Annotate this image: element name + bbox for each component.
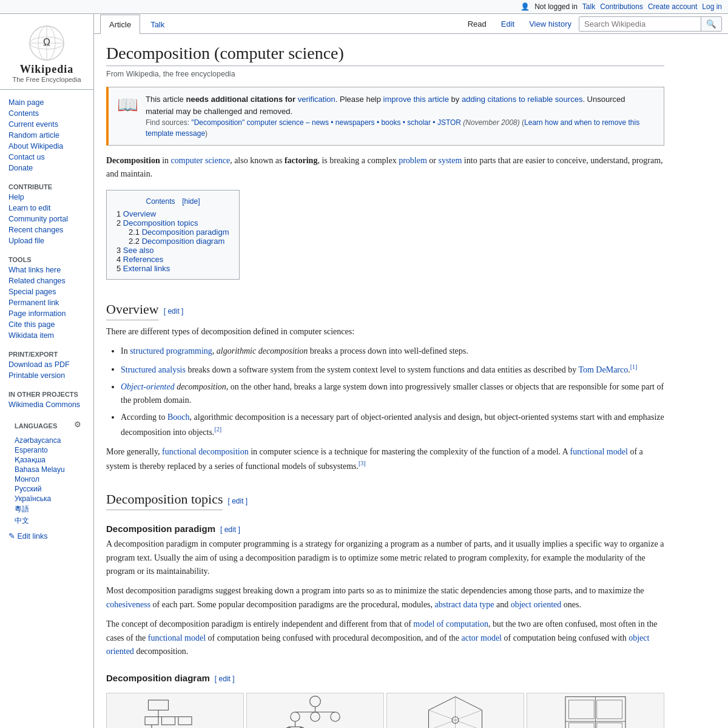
link-object-oriented[interactable]: Object-oriented bbox=[121, 382, 175, 391]
sidebar-item-about[interactable]: About Wikipedia bbox=[6, 141, 87, 152]
lang-esperanto[interactable]: Esperanto bbox=[12, 445, 81, 455]
sidebar-item-printable[interactable]: Printable version bbox=[6, 370, 87, 381]
intro-link-cs[interactable]: computer science bbox=[171, 156, 231, 165]
sidebar-item-upload-file[interactable]: Upload file bbox=[6, 235, 87, 246]
svg-rect-33 bbox=[569, 723, 595, 728]
sidebar-item-random-article[interactable]: Random article bbox=[6, 130, 87, 141]
link-model-of-computation[interactable]: model of computation bbox=[413, 619, 488, 629]
search-button[interactable]: 🔍 bbox=[701, 17, 721, 31]
contributions-link[interactable]: Contributions bbox=[600, 2, 643, 11]
sidebar-item-permanent-link[interactable]: Permanent link bbox=[6, 297, 87, 308]
svg-point-15 bbox=[310, 696, 321, 707]
link-structured-analysis[interactable]: Structured analysis bbox=[121, 365, 186, 374]
intro-link-system[interactable]: system bbox=[438, 156, 462, 165]
toc-item-1: 1 Overview bbox=[116, 209, 229, 218]
overview-more: More generally, functional decomposition… bbox=[106, 445, 664, 473]
sidebar-item-community-portal[interactable]: Community portal bbox=[6, 214, 87, 224]
lang-chinese[interactable]: 中文 bbox=[12, 515, 81, 527]
tab-read[interactable]: Read bbox=[460, 15, 494, 33]
sidebar-item-related-changes[interactable]: Related changes bbox=[6, 275, 87, 286]
sidebar-item-learn-to-edit[interactable]: Learn to edit bbox=[6, 203, 87, 214]
notice-link-improve[interactable]: improve this article bbox=[383, 95, 449, 104]
search-input[interactable] bbox=[579, 17, 701, 31]
diagram-box-2 bbox=[246, 693, 384, 728]
log-in-link[interactable]: Log in bbox=[702, 2, 722, 11]
toc-link-references[interactable]: References bbox=[123, 255, 163, 264]
toc-item-5: 5 External links bbox=[116, 264, 229, 273]
tab-talk[interactable]: Talk bbox=[141, 15, 174, 34]
edit-links-link[interactable]: ✎ Edit links bbox=[8, 532, 48, 541]
svg-rect-34 bbox=[597, 723, 622, 728]
sidebar-item-edit-links[interactable]: ✎ Edit links bbox=[6, 529, 87, 542]
tab-edit[interactable]: Edit bbox=[494, 15, 522, 33]
lang-ukrainian[interactable]: Українська bbox=[12, 494, 81, 504]
toc-link-overview[interactable]: Overview bbox=[123, 209, 156, 218]
toc-items: 1 Overview 2 Decomposition topics 2.1 De… bbox=[116, 209, 229, 273]
link-object-oriented-2[interactable]: object oriented bbox=[511, 600, 562, 609]
sidebar-print: Print/export Download as PDF Printable v… bbox=[0, 343, 93, 383]
link-functional-model[interactable]: functional model bbox=[570, 447, 628, 456]
intro-link-problem[interactable]: problem bbox=[399, 156, 427, 165]
link-abstract-data-type[interactable]: abstract data type bbox=[435, 600, 494, 609]
notice-link-adding[interactable]: adding citations to reliable sources bbox=[462, 95, 582, 104]
toc-link-decomp-topics[interactable]: Decomposition topics bbox=[123, 218, 198, 228]
sidebar-item-wikimedia-commons[interactable]: Wikimedia Commons bbox=[6, 399, 87, 410]
sidebar-item-help[interactable]: Help bbox=[6, 192, 87, 203]
link-structured-programming[interactable]: structured programming bbox=[130, 346, 212, 356]
toc-link-external-links[interactable]: External links bbox=[123, 264, 170, 273]
sidebar-item-main-page[interactable]: Main page bbox=[6, 97, 87, 108]
toc-hide-button[interactable]: [hide] bbox=[182, 197, 200, 206]
intro-bold-decomp: Decomposition bbox=[106, 156, 160, 165]
sidebar-other-projects: In other projects Wikimedia Commons bbox=[0, 383, 93, 413]
notice-find-links[interactable]: "Decomposition" computer science – news … bbox=[191, 118, 461, 127]
sidebar-item-current-events[interactable]: Current events bbox=[6, 119, 87, 130]
user-icon: 👤 bbox=[521, 2, 530, 11]
sidebar-item-contents[interactable]: Contents bbox=[6, 108, 87, 119]
decomp-paradigm-header: Decomposition paradigm [ edit ] bbox=[106, 515, 664, 538]
not-logged-text: Not logged in bbox=[534, 2, 578, 11]
lang-malay[interactable]: Bahasa Melayu bbox=[12, 465, 81, 474]
link-cohesiveness[interactable]: cohesiveness bbox=[106, 600, 150, 609]
sidebar-item-what-links-here[interactable]: What links here bbox=[6, 265, 87, 275]
link-tom-demarco[interactable]: Tom DeMarco bbox=[578, 365, 628, 374]
wiki-sub: The Free Encyclopedia bbox=[6, 76, 87, 83]
diagram-svg-2 bbox=[247, 693, 383, 728]
sidebar-item-wikidata[interactable]: Wikidata item bbox=[6, 330, 87, 341]
svg-rect-11 bbox=[178, 717, 192, 725]
lang-mongolian[interactable]: Монгол bbox=[12, 474, 81, 484]
sidebar-item-contact[interactable]: Contact us bbox=[6, 152, 87, 163]
decomp-topics-edit[interactable]: [ edit ] bbox=[228, 497, 248, 505]
article-subtitle: From Wikipedia, the free encyclopedia bbox=[106, 70, 664, 78]
lang-cantonese[interactable]: 粵語 bbox=[12, 504, 81, 515]
lang-russian[interactable]: Русский bbox=[12, 484, 81, 494]
tab-article[interactable]: Article bbox=[100, 15, 140, 34]
decomp-paradigm-edit[interactable]: [ edit ] bbox=[220, 525, 240, 534]
decomp-diagram-edit[interactable]: [ edit ] bbox=[215, 675, 235, 683]
toc: Contents [hide] 1 Overview 2 Decompositi… bbox=[106, 190, 240, 280]
overview-intro: There are different types of decompositi… bbox=[106, 325, 664, 339]
link-functional-decomposition[interactable]: functional decomposition bbox=[162, 447, 249, 456]
sidebar-item-recent-changes[interactable]: Recent changes bbox=[6, 224, 87, 235]
top-bar: 👤 Not logged in Talk Contributions Creat… bbox=[0, 0, 728, 14]
talk-link[interactable]: Talk bbox=[582, 2, 595, 11]
sidebar-item-cite-this-page[interactable]: Cite this page bbox=[6, 319, 87, 330]
create-account-link[interactable]: Create account bbox=[648, 2, 697, 11]
toc-link-decomp-diagram[interactable]: Decomposition diagram bbox=[142, 237, 225, 246]
tools-title: Tools bbox=[6, 256, 87, 263]
sidebar-item-page-information[interactable]: Page information bbox=[6, 308, 87, 319]
toc-link-see-also[interactable]: See also bbox=[123, 246, 154, 255]
intro-bold-factoring: factoring bbox=[285, 156, 317, 165]
toc-link-decomp-paradigm[interactable]: Decomposition paradigm bbox=[142, 228, 229, 237]
lang-kazakh[interactable]: Қазақша bbox=[12, 455, 81, 465]
link-actor-model[interactable]: actor model bbox=[462, 633, 502, 642]
link-functional-model-2[interactable]: functional model bbox=[148, 633, 206, 642]
overview-edit-link[interactable]: [ edit ] bbox=[164, 307, 184, 315]
sidebar-item-special-pages[interactable]: Special pages bbox=[6, 286, 87, 297]
link-booch[interactable]: Booch bbox=[167, 413, 190, 422]
lang-azerbaijani[interactable]: Azərbaycanca bbox=[12, 436, 81, 445]
sidebar-item-download-pdf[interactable]: Download as PDF bbox=[6, 359, 87, 370]
sidebar-item-donate[interactable]: Donate bbox=[6, 163, 87, 174]
tab-view-history[interactable]: View history bbox=[522, 15, 579, 33]
gear-icon[interactable]: ⚙ bbox=[74, 420, 81, 429]
notice-link-verification[interactable]: verification bbox=[298, 95, 335, 104]
